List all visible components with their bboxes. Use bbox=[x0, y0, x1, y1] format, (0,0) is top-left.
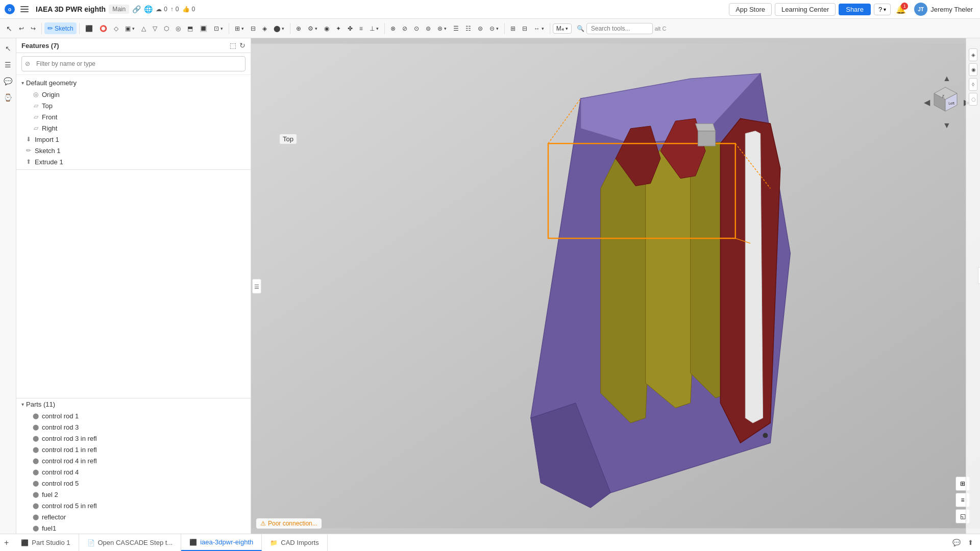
tool-btn-7[interactable]: ⬡ bbox=[161, 23, 172, 34]
tree-item-front[interactable]: ▱ Front bbox=[16, 111, 251, 122]
right-tab-3[interactable]: ◊ bbox=[969, 78, 977, 91]
list-item[interactable]: ⬤control rod 1 bbox=[16, 410, 251, 421]
tool-btn-26[interactable]: ⊚ bbox=[423, 23, 434, 34]
list-item[interactable]: ⬤control rod 4 in refl bbox=[16, 455, 251, 466]
tool-btn-1[interactable]: ⬛ bbox=[82, 23, 96, 34]
view-nav-down[interactable]: ▼ bbox=[943, 121, 951, 130]
list-item[interactable]: ⬤control rod 3 bbox=[16, 421, 251, 433]
tool-btn-20[interactable]: ✤ bbox=[345, 23, 356, 34]
refresh-panel-icon[interactable]: ↻ bbox=[239, 41, 246, 49]
tool-btn-29[interactable]: ☷ bbox=[462, 23, 474, 34]
left-icon-2[interactable]: ☰ bbox=[3, 59, 13, 71]
search-tools-input[interactable] bbox=[586, 23, 653, 34]
tool-btn-3[interactable]: ◇ bbox=[111, 23, 121, 34]
statusbar-icon-1[interactable]: 💬 bbox=[950, 538, 963, 547]
tool-btn-32[interactable]: ⊞ bbox=[507, 23, 519, 34]
tree-item-top[interactable]: ▱ Top bbox=[16, 100, 251, 111]
tab-open-cascade[interactable]: 📄 Open CASCADE Step t... bbox=[79, 534, 182, 551]
sketch-button[interactable]: ✏ Sketch bbox=[44, 22, 77, 34]
list-item[interactable]: ⬤reflector bbox=[16, 511, 251, 522]
viewport-panel-toggle[interactable]: ☰ bbox=[252, 279, 261, 293]
tool-btn-17[interactable]: ⚙▾ bbox=[305, 23, 321, 34]
tree-item-origin[interactable]: ◎ Origin bbox=[16, 89, 251, 100]
mode-selector[interactable]: M₄ ▾ bbox=[553, 23, 572, 34]
list-item[interactable]: ⬤control rod 1 in refl bbox=[16, 444, 251, 455]
tool-btn-11[interactable]: ⊡▾ bbox=[211, 23, 226, 34]
tab-part-studio[interactable]: ⬛ Part Studio 1 bbox=[13, 534, 79, 551]
tool17-icon: ⚙ bbox=[308, 25, 313, 32]
tool-btn-24[interactable]: ⊘ bbox=[399, 23, 410, 34]
view-nav-up[interactable]: ▲ bbox=[943, 74, 951, 83]
tool-btn-15[interactable]: ⬤▾ bbox=[271, 23, 287, 34]
tool-btn-33[interactable]: ⊟ bbox=[519, 23, 530, 34]
tool-btn-8[interactable]: ◎ bbox=[173, 23, 184, 34]
statusbar-add-btn[interactable]: + bbox=[0, 537, 13, 548]
viewport[interactable]: Top ▲ ◀ ▶ ▼ Z Left bbox=[251, 38, 980, 534]
tool-btn-34[interactable]: ↔▾ bbox=[531, 23, 547, 34]
tool23-icon: ⊗ bbox=[390, 25, 396, 32]
redo-btn[interactable]: ↪ bbox=[28, 23, 39, 34]
globe-icon[interactable]: 🌐 bbox=[144, 5, 153, 13]
left-icon-1[interactable]: ↖ bbox=[3, 42, 13, 55]
tool-btn-2[interactable]: ⭕ bbox=[96, 23, 110, 34]
shape-icon: ◇ bbox=[114, 25, 118, 32]
tool-btn-19[interactable]: ✦ bbox=[333, 23, 344, 34]
left-icon-4[interactable]: ⌚ bbox=[2, 91, 14, 104]
view-cube-graphic[interactable]: Z Left bbox=[929, 83, 962, 116]
tool-btn-14[interactable]: ◈ bbox=[259, 23, 270, 34]
list-item[interactable]: ⬤fuel1 bbox=[16, 522, 251, 534]
tree-item-extrude1[interactable]: ⬆ Extrude 1 bbox=[16, 156, 251, 167]
view-cube[interactable]: ▲ ◀ ▶ ▼ Z Left bbox=[924, 74, 970, 130]
app-store-button[interactable]: App Store bbox=[729, 3, 772, 16]
tool-btn-12[interactable]: ⊞▾ bbox=[232, 23, 247, 34]
help-button[interactable]: ? ▾ bbox=[874, 4, 891, 15]
list-item[interactable]: ⬤fuel 2 bbox=[16, 489, 251, 500]
branch-label[interactable]: Main bbox=[109, 5, 129, 14]
default-geometry-section[interactable]: ▾ Default geometry bbox=[16, 77, 251, 89]
statusbar-icon-2[interactable]: ⬆ bbox=[965, 538, 976, 547]
filter-input[interactable] bbox=[32, 58, 242, 69]
tool-btn-27[interactable]: ⊛▾ bbox=[434, 23, 450, 34]
learning-center-button[interactable]: Learning Center bbox=[775, 3, 836, 16]
notification-bell[interactable]: 🔔 1 bbox=[894, 3, 908, 16]
select-tool[interactable]: ↖ bbox=[3, 22, 15, 35]
tool-btn-4[interactable]: ▣▾ bbox=[122, 23, 138, 34]
tool-btn-23[interactable]: ⊗ bbox=[387, 23, 399, 34]
list-item[interactable]: ⬤control rod 4 bbox=[16, 466, 251, 478]
parts-section-header[interactable]: ▾ Parts (11) bbox=[16, 398, 251, 410]
expand-panel-icon[interactable]: ⬚ bbox=[230, 41, 236, 49]
list-item[interactable]: ⬤control rod 3 in refl bbox=[16, 433, 251, 444]
tree-item-right[interactable]: ▱ Right bbox=[16, 122, 251, 134]
tree-item-import1[interactable]: ⬇ Import 1 bbox=[16, 134, 251, 145]
list-item[interactable]: ⬤control rod 5 bbox=[16, 478, 251, 489]
right-tab-1[interactable]: ◈ bbox=[969, 48, 977, 61]
right-tab-2[interactable]: ◉ bbox=[969, 63, 977, 76]
right-tab-4[interactable]: ◌ bbox=[969, 93, 977, 106]
menu-toggle[interactable] bbox=[18, 4, 31, 14]
panel-collapse-button[interactable]: ◀ bbox=[978, 267, 980, 284]
tool-btn-31[interactable]: ⊝▾ bbox=[486, 23, 502, 34]
tab-iaea[interactable]: ⬛ iaea-3dpwr-eighth bbox=[181, 534, 262, 551]
tool-btn-30[interactable]: ⊜ bbox=[475, 23, 486, 34]
tool-btn-18[interactable]: ◉ bbox=[321, 23, 332, 34]
left-icon-3[interactable]: 💬 bbox=[2, 75, 14, 87]
tool-btn-6[interactable]: ▽ bbox=[150, 23, 160, 34]
undo-btn[interactable]: ↩ bbox=[16, 23, 27, 34]
link-icon[interactable]: 🔗 bbox=[132, 5, 141, 13]
part-icon: ⬤ bbox=[32, 468, 40, 476]
tool-btn-25[interactable]: ⊙ bbox=[411, 23, 422, 34]
tool-btn-16[interactable]: ⊕ bbox=[293, 23, 304, 34]
tool-btn-10[interactable]: 🔳 bbox=[197, 23, 210, 34]
share-button[interactable]: Share bbox=[839, 4, 871, 15]
list-item[interactable]: ⬤control rod 5 in refl bbox=[16, 500, 251, 511]
tool-btn-13[interactable]: ⊟ bbox=[248, 23, 259, 34]
tool-btn-22[interactable]: ⊥▾ bbox=[366, 23, 382, 34]
tree-item-sketch1[interactable]: ✏ Sketch 1 bbox=[16, 145, 251, 156]
tool-btn-5[interactable]: △ bbox=[138, 23, 149, 34]
onshape-logo[interactable]: o bbox=[4, 4, 15, 15]
tool-btn-21[interactable]: ≡ bbox=[356, 23, 366, 34]
tool-btn-28[interactable]: ☰ bbox=[450, 23, 462, 34]
tab-cad-imports[interactable]: 📁 CAD Imports bbox=[262, 534, 327, 551]
tool-btn-9[interactable]: ⬒ bbox=[184, 23, 196, 34]
user-menu[interactable]: JT Jeremy Theler bbox=[911, 2, 976, 17]
